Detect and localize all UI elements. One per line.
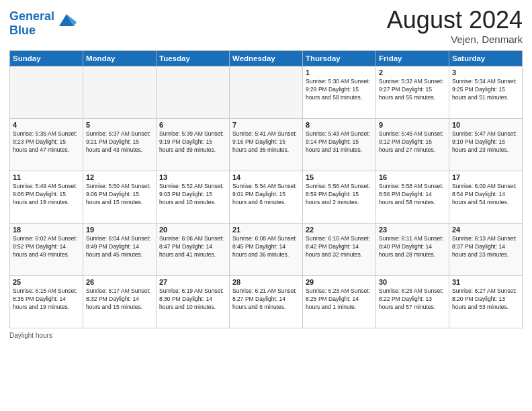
day-number: 30	[379, 278, 446, 286]
table-row	[230, 66, 303, 118]
day-info: Sunrise: 6:06 AM Sunset: 8:47 PM Dayligh…	[159, 234, 226, 259]
table-row: 26Sunrise: 6:17 AM Sunset: 8:32 PM Dayli…	[83, 275, 157, 328]
logo: General Blue	[9, 9, 77, 37]
day-number: 15	[306, 173, 373, 181]
month-year-title: August 2024	[387, 7, 523, 34]
logo-icon	[56, 10, 77, 30]
table-row: 27Sunrise: 6:19 AM Sunset: 8:30 PM Dayli…	[157, 275, 230, 328]
table-row: 16Sunrise: 5:58 AM Sunset: 8:56 PM Dayli…	[376, 171, 449, 223]
day-info: Sunrise: 6:27 AM Sunset: 8:20 PM Dayligh…	[452, 287, 519, 312]
day-info: Sunrise: 5:41 AM Sunset: 9:16 PM Dayligh…	[232, 130, 300, 154]
day-number: 4	[13, 121, 80, 129]
day-number: 7	[232, 121, 300, 129]
day-number: 31	[452, 278, 519, 286]
day-info: Sunrise: 5:49 AM Sunset: 9:08 PM Dayligh…	[13, 182, 80, 207]
table-row: 14Sunrise: 5:54 AM Sunset: 9:01 PM Dayli…	[230, 171, 303, 223]
table-row: 3Sunrise: 5:34 AM Sunset: 9:25 PM Daylig…	[449, 66, 523, 118]
calendar-table: Sunday Monday Tuesday Wednesday Thursday…	[9, 50, 523, 328]
day-info: Sunrise: 5:54 AM Sunset: 9:01 PM Dayligh…	[232, 182, 300, 207]
table-row: 10Sunrise: 5:47 AM Sunset: 9:10 PM Dayli…	[449, 118, 523, 171]
table-row: 12Sunrise: 5:50 AM Sunset: 9:06 PM Dayli…	[83, 171, 157, 223]
logo-general: General	[9, 9, 54, 23]
table-row: 31Sunrise: 6:27 AM Sunset: 8:20 PM Dayli…	[449, 275, 523, 328]
day-number: 2	[379, 68, 446, 77]
table-row: 30Sunrise: 6:25 AM Sunset: 8:22 PM Dayli…	[376, 275, 449, 328]
table-row: 9Sunrise: 5:45 AM Sunset: 9:12 PM Daylig…	[376, 118, 449, 171]
table-row: 24Sunrise: 6:13 AM Sunset: 8:37 PM Dayli…	[449, 223, 523, 275]
day-info: Sunrise: 6:00 AM Sunset: 8:54 PM Dayligh…	[452, 182, 519, 207]
header-sunday: Sunday	[10, 50, 83, 66]
day-info: Sunrise: 6:19 AM Sunset: 8:30 PM Dayligh…	[159, 287, 226, 312]
day-info: Sunrise: 5:39 AM Sunset: 9:19 PM Dayligh…	[159, 130, 226, 154]
table-row: 6Sunrise: 5:39 AM Sunset: 9:19 PM Daylig…	[157, 118, 230, 171]
day-info: Sunrise: 5:34 AM Sunset: 9:25 PM Dayligh…	[452, 77, 519, 102]
table-row: 11Sunrise: 5:49 AM Sunset: 9:08 PM Dayli…	[10, 171, 83, 223]
day-number: 8	[306, 121, 373, 129]
day-info: Sunrise: 5:32 AM Sunset: 9:27 PM Dayligh…	[379, 77, 446, 102]
day-info: Sunrise: 6:11 AM Sunset: 8:40 PM Dayligh…	[379, 234, 446, 259]
header-thursday: Thursday	[303, 50, 376, 66]
day-number: 29	[306, 278, 373, 286]
day-info: Sunrise: 5:37 AM Sunset: 9:21 PM Dayligh…	[86, 130, 153, 154]
day-info: Sunrise: 6:23 AM Sunset: 8:25 PM Dayligh…	[306, 287, 373, 312]
day-info: Sunrise: 5:56 AM Sunset: 8:59 PM Dayligh…	[306, 182, 373, 207]
header-wednesday: Wednesday	[230, 50, 303, 66]
table-row: 17Sunrise: 6:00 AM Sunset: 8:54 PM Dayli…	[449, 171, 523, 223]
day-info: Sunrise: 5:43 AM Sunset: 9:14 PM Dayligh…	[306, 130, 373, 154]
day-number: 17	[452, 173, 519, 181]
table-row: 7Sunrise: 5:41 AM Sunset: 9:16 PM Daylig…	[230, 118, 303, 171]
day-info: Sunrise: 6:02 AM Sunset: 8:52 PM Dayligh…	[13, 234, 80, 259]
daylight-label: Daylight hours	[9, 332, 52, 339]
header-friday: Friday	[376, 50, 449, 66]
table-row: 5Sunrise: 5:37 AM Sunset: 9:21 PM Daylig…	[83, 118, 157, 171]
header-tuesday: Tuesday	[157, 50, 230, 66]
day-number: 28	[232, 278, 300, 286]
calendar-week-row: 1Sunrise: 5:30 AM Sunset: 9:29 PM Daylig…	[10, 66, 523, 118]
table-row	[10, 66, 83, 118]
table-row: 22Sunrise: 6:10 AM Sunset: 8:42 PM Dayli…	[303, 223, 376, 275]
calendar-week-row: 11Sunrise: 5:49 AM Sunset: 9:08 PM Dayli…	[10, 171, 523, 223]
calendar-week-row: 4Sunrise: 5:35 AM Sunset: 9:23 PM Daylig…	[10, 118, 523, 171]
day-number: 24	[452, 226, 519, 234]
day-info: Sunrise: 5:58 AM Sunset: 8:56 PM Dayligh…	[379, 182, 446, 207]
table-row: 25Sunrise: 6:15 AM Sunset: 8:35 PM Dayli…	[10, 275, 83, 328]
day-number: 22	[306, 226, 373, 234]
day-info: Sunrise: 5:45 AM Sunset: 9:12 PM Dayligh…	[379, 130, 446, 154]
day-number: 16	[379, 173, 446, 181]
day-number: 12	[86, 173, 153, 181]
day-number: 14	[232, 173, 300, 181]
day-number: 23	[379, 226, 446, 234]
location-subtitle: Vejen, Denmark	[387, 34, 523, 45]
page-header: General Blue August 2024 Vejen, Denmark	[9, 7, 523, 45]
day-number: 26	[86, 278, 153, 286]
table-row: 8Sunrise: 5:43 AM Sunset: 9:14 PM Daylig…	[303, 118, 376, 171]
table-row: 1Sunrise: 5:30 AM Sunset: 9:29 PM Daylig…	[303, 66, 376, 118]
table-row: 23Sunrise: 6:11 AM Sunset: 8:40 PM Dayli…	[376, 223, 449, 275]
day-info: Sunrise: 6:08 AM Sunset: 8:45 PM Dayligh…	[232, 234, 300, 259]
day-info: Sunrise: 6:04 AM Sunset: 8:49 PM Dayligh…	[86, 234, 153, 259]
day-number: 21	[232, 226, 300, 234]
table-row: 19Sunrise: 6:04 AM Sunset: 8:49 PM Dayli…	[83, 223, 157, 275]
day-number: 10	[452, 121, 519, 129]
footer: Daylight hours	[9, 332, 523, 339]
day-info: Sunrise: 6:21 AM Sunset: 8:27 PM Dayligh…	[232, 287, 300, 312]
day-number: 6	[159, 121, 226, 129]
logo-text: General Blue	[9, 9, 54, 37]
day-info: Sunrise: 6:25 AM Sunset: 8:22 PM Dayligh…	[379, 287, 446, 312]
table-row: 20Sunrise: 6:06 AM Sunset: 8:47 PM Dayli…	[157, 223, 230, 275]
calendar-week-row: 18Sunrise: 6:02 AM Sunset: 8:52 PM Dayli…	[10, 223, 523, 275]
day-number: 3	[452, 68, 519, 77]
day-number: 5	[86, 121, 153, 129]
table-row: 29Sunrise: 6:23 AM Sunset: 8:25 PM Dayli…	[303, 275, 376, 328]
header-monday: Monday	[83, 50, 157, 66]
table-row: 21Sunrise: 6:08 AM Sunset: 8:45 PM Dayli…	[230, 223, 303, 275]
day-info: Sunrise: 6:10 AM Sunset: 8:42 PM Dayligh…	[306, 234, 373, 259]
table-row: 15Sunrise: 5:56 AM Sunset: 8:59 PM Dayli…	[303, 171, 376, 223]
table-row	[83, 66, 157, 118]
calendar-week-row: 25Sunrise: 6:15 AM Sunset: 8:35 PM Dayli…	[10, 275, 523, 328]
day-info: Sunrise: 6:17 AM Sunset: 8:32 PM Dayligh…	[86, 287, 153, 312]
title-block: August 2024 Vejen, Denmark	[387, 7, 523, 45]
day-info: Sunrise: 5:47 AM Sunset: 9:10 PM Dayligh…	[452, 130, 519, 154]
table-row: 4Sunrise: 5:35 AM Sunset: 9:23 PM Daylig…	[10, 118, 83, 171]
day-info: Sunrise: 5:52 AM Sunset: 9:03 PM Dayligh…	[159, 182, 226, 207]
